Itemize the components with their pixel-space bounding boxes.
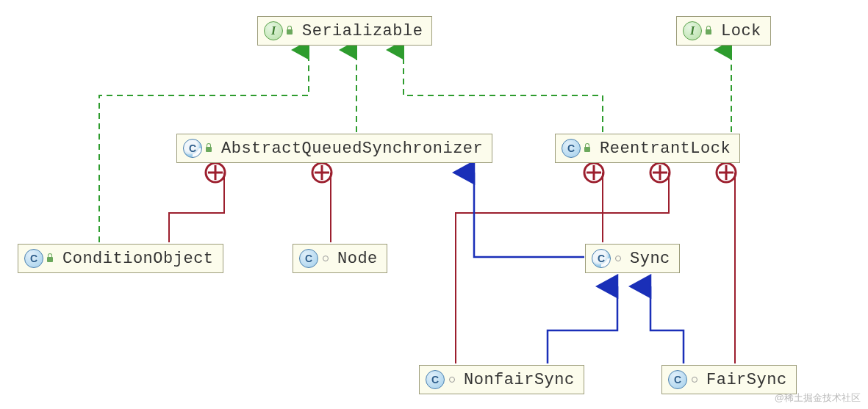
abstract-class-icon: C [183, 139, 202, 158]
node-label: FairSync [706, 371, 787, 389]
class-icon: C [24, 249, 43, 268]
node-serializable: I Serializable [257, 16, 432, 46]
watermark-text: @稀土掘金技术社区 [775, 391, 861, 405]
connector-layer [0, 0, 868, 409]
node-label: ConditionObject [62, 250, 214, 268]
edge-reentrant-serializable [403, 50, 603, 132]
class-icon: C [426, 370, 445, 389]
public-access-icon [703, 25, 715, 37]
edge-condition-aqs [169, 173, 224, 242]
package-access-icon [446, 374, 458, 386]
abstract-class-icon: C [592, 249, 611, 268]
node-lock: I Lock [676, 16, 771, 46]
node-condition: C ConditionObject [18, 244, 223, 273]
node-sync: C Sync [585, 244, 680, 273]
node-nonfair: C NonfairSync [419, 365, 584, 394]
class-icon: C [668, 370, 687, 389]
interface-icon: I [264, 21, 283, 40]
package-access-icon [320, 253, 331, 264]
node-label: ReentrantLock [600, 140, 731, 158]
class-icon: C [562, 139, 581, 158]
package-access-icon [612, 253, 624, 264]
node-label: Node [337, 250, 378, 268]
node-fair: C FairSync [661, 365, 797, 394]
interface-icon: I [683, 21, 702, 40]
class-icon: C [299, 249, 318, 268]
edge-nonfair-sync [548, 286, 617, 363]
node-label: Serializable [302, 22, 423, 40]
node-label: AbstractQueuedSynchronizer [221, 140, 483, 158]
edge-sync-aqs [474, 173, 584, 257]
node-aqs: C AbstractQueuedSynchronizer [176, 134, 492, 163]
node-label: Sync [630, 250, 670, 268]
public-access-icon [582, 142, 594, 154]
node-label: NonfairSync [464, 371, 575, 389]
node-reentrant: C ReentrantLock [555, 134, 740, 163]
public-access-icon [45, 253, 57, 264]
public-access-icon [204, 142, 215, 154]
edge-fair-sync [650, 286, 684, 363]
package-access-icon [689, 374, 700, 386]
node-node: C Node [293, 244, 387, 273]
node-label: Lock [721, 22, 761, 40]
public-access-icon [284, 25, 296, 37]
